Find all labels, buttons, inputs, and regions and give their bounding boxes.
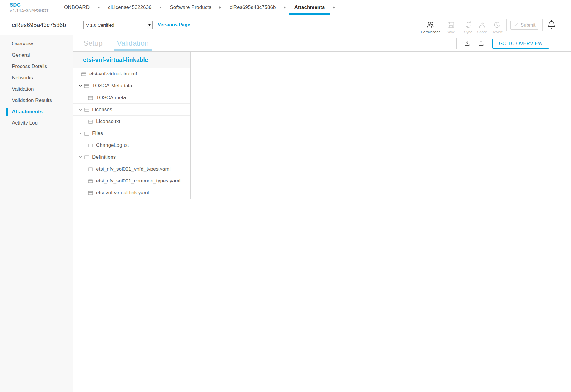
tab-validation[interactable]: Validation — [114, 35, 152, 51]
breadcrumb-item-attachments[interactable]: Attachments — [294, 0, 325, 15]
permissions-button[interactable]: Permissons — [422, 21, 439, 34]
divider — [506, 19, 507, 31]
folder-icon — [88, 179, 93, 183]
top-nav-bar: SDC v.1.14.5-SNAPSHOT ONBOARD ciLicense4… — [0, 0, 571, 15]
save-icon — [447, 21, 455, 29]
sdc-version-text: v.1.14.5-SNAPSHOT — [10, 8, 48, 13]
tree-scrollbar[interactable] — [190, 52, 191, 199]
caret-right-icon — [333, 6, 335, 9]
tree-node-definitions[interactable]: Definitions — [73, 151, 191, 163]
tree-node-licenses[interactable]: Licenses — [73, 104, 191, 116]
download-icon — [463, 40, 471, 47]
revert-button[interactable]: Revert — [490, 21, 504, 34]
caret-right-icon — [284, 6, 286, 9]
sidebar-item-attachments[interactable]: Attachments — [0, 106, 73, 117]
sync-button[interactable]: Sync — [461, 21, 475, 34]
chevron-down-icon[interactable] — [79, 156, 82, 158]
tree-root-title: etsi-vnf-virtual-linkable — [83, 56, 148, 63]
tree-node-license-txt[interactable]: License.txt — [73, 116, 191, 127]
tree-node-mf-file[interactable]: etsi-vnf-virtual-link.mf — [73, 68, 191, 80]
bell-icon — [547, 20, 556, 29]
divider — [459, 19, 459, 31]
versions-page-link[interactable]: Versions Page — [158, 22, 190, 28]
tree-node-tosca-meta[interactable]: TOSCA.meta — [73, 92, 191, 104]
tree-node-vnfd-types[interactable]: etsi_nfv_sol001_vnfd_types.yaml — [73, 163, 191, 175]
folder-icon — [88, 119, 93, 124]
breadcrumb: ONBOARD ciLicense45322636 Software Produ… — [63, 0, 343, 15]
sidebar: Overview General Process Details Network… — [0, 35, 73, 392]
share-label: Share — [477, 30, 487, 34]
sidebar-item-validation[interactable]: Validation — [0, 84, 73, 95]
entity-title-panel: ciRes695a43c7586b — [0, 15, 73, 35]
sidebar-item-networks[interactable]: Networks — [0, 72, 73, 84]
folder-icon — [88, 191, 93, 195]
save-button[interactable]: Save — [444, 21, 458, 34]
upload-icon — [477, 40, 485, 47]
submit-button[interactable]: Submit — [510, 21, 538, 30]
tree-node-tosca-metadata[interactable]: TOSCA-Metadata — [73, 80, 191, 92]
download-button[interactable] — [462, 39, 472, 48]
sidebar-item-overview[interactable]: Overview — [0, 38, 73, 50]
caret-right-icon — [98, 6, 100, 9]
upload-button[interactable] — [476, 39, 486, 48]
folder-icon — [84, 155, 89, 159]
folder-icon — [84, 84, 89, 88]
tree-node-changelog[interactable]: ChangeLog.txt — [73, 139, 191, 151]
revert-icon — [493, 21, 501, 29]
sdc-logo-title: SDC — [10, 2, 48, 8]
breadcrumb-item-onboard[interactable]: ONBOARD — [63, 0, 90, 15]
chevron-down-icon[interactable] — [79, 108, 82, 111]
sync-icon — [464, 21, 472, 29]
divider — [456, 38, 457, 49]
caret-right-icon — [219, 6, 221, 9]
sidebar-item-process-details[interactable]: Process Details — [0, 61, 73, 72]
folder-icon — [88, 143, 93, 147]
submit-label: Submit — [521, 23, 536, 28]
chevron-down-icon[interactable] — [79, 132, 82, 135]
permissions-icon — [426, 21, 435, 29]
tree-node-files[interactable]: Files — [73, 127, 191, 139]
chevron-down-icon[interactable] — [79, 85, 82, 87]
go-to-overview-button[interactable]: GO TO OVERVIEW — [492, 39, 549, 49]
attachments-tabbar: Setup Validation GO — [73, 35, 571, 52]
folder-icon — [84, 131, 89, 136]
permissions-label: Permissons — [421, 30, 440, 34]
tree-node-common-types[interactable]: etsi_nfv_sol001_common_types.yaml — [73, 175, 191, 187]
folder-icon — [88, 167, 93, 171]
breadcrumb-item-license[interactable]: ciLicense45322636 — [107, 0, 152, 15]
sidebar-item-general[interactable]: General — [0, 50, 73, 61]
select-arrow-icon[interactable] — [147, 21, 152, 29]
divider — [542, 19, 543, 31]
sdc-logo[interactable]: SDC v.1.14.5-SNAPSHOT — [10, 2, 48, 13]
tab-setup[interactable]: Setup — [78, 35, 108, 51]
folder-icon — [88, 96, 93, 100]
tree-header: etsi-vnf-virtual-linkable — [73, 52, 191, 68]
sdc-app: SDC v.1.14.5-SNAPSHOT ONBOARD ciLicense4… — [0, 0, 571, 392]
attachments-tree-panel: etsi-vnf-virtual-linkable etsi-vnf-virtu… — [73, 52, 191, 199]
caret-right-icon — [160, 6, 161, 9]
revert-label: Revert — [492, 30, 503, 34]
breadcrumb-item-resource[interactable]: ciRes695a43c7586b — [229, 0, 276, 15]
save-label: Save — [447, 30, 455, 34]
folder-icon — [81, 72, 86, 76]
sync-label: Sync — [464, 30, 472, 34]
sidebar-item-validation-results[interactable]: Validation Results — [0, 95, 73, 106]
version-header: V 1.0 Certified Versions Page Permissons — [73, 15, 571, 35]
folder-icon — [84, 108, 89, 112]
share-button[interactable]: Share — [475, 21, 489, 34]
version-select[interactable]: V 1.0 Certified — [83, 21, 153, 29]
entity-title: ciRes695a43c7586b — [12, 22, 66, 29]
check-icon — [513, 23, 518, 27]
breadcrumb-item-software-products[interactable]: Software Products — [169, 0, 212, 15]
sidebar-item-activity-log[interactable]: Activity Log — [0, 117, 73, 129]
share-icon — [478, 21, 486, 29]
tree-node-virtual-link-yaml[interactable]: etsi-vnf-virtual-link.yaml — [73, 187, 191, 199]
version-select-value: V 1.0 Certified — [84, 23, 147, 28]
notifications-button[interactable] — [547, 20, 556, 29]
